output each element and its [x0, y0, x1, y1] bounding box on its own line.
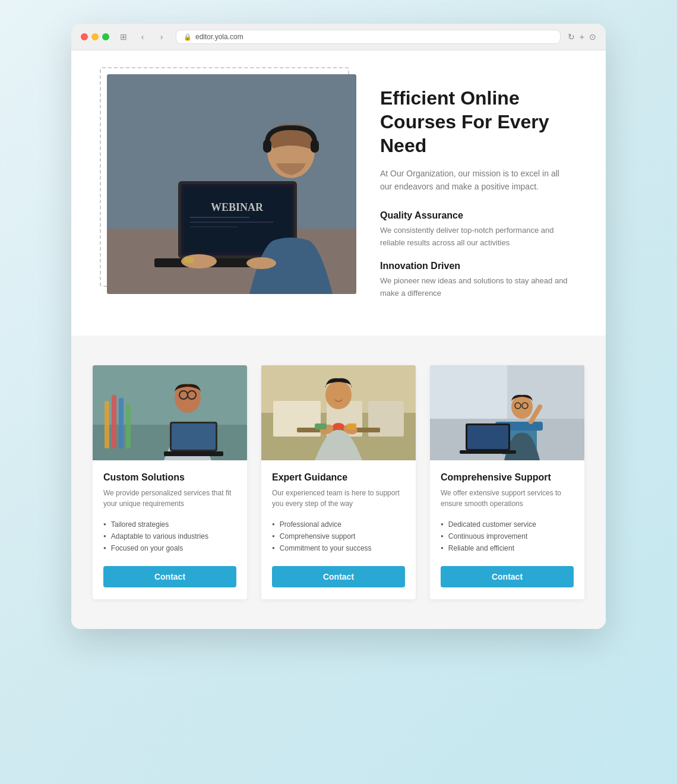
back-button[interactable]: ‹	[135, 30, 150, 44]
card-3-contact-button[interactable]: Contact	[441, 566, 574, 587]
card-2-image	[261, 365, 416, 460]
traffic-lights	[81, 33, 109, 40]
svg-rect-41	[347, 423, 356, 429]
card-expert-guidance: Expert Guidance Our experienced team is …	[261, 365, 416, 599]
svg-point-14	[246, 257, 276, 269]
svg-rect-12	[311, 140, 319, 153]
svg-rect-44	[430, 365, 507, 419]
profile-icon[interactable]: ⊙	[589, 32, 596, 42]
card-1-bullet-3: Focused on your goals	[103, 542, 236, 554]
browser-actions: ↻ + ⊙	[568, 32, 596, 42]
card-2-bullet-2: Comprehensive support	[272, 530, 405, 542]
card-3-bullet-2: Continuous improvement	[441, 530, 574, 542]
hero-subtitle: At Our Organization, our mission is to e…	[380, 167, 570, 194]
forward-button[interactable]: ›	[154, 30, 169, 44]
svg-rect-53	[467, 425, 508, 449]
svg-rect-39	[315, 423, 327, 429]
card-2-bullet-3: Commitment to your success	[272, 542, 405, 554]
hero-title: Efficient Online Courses For Every Need	[380, 86, 570, 157]
svg-rect-21	[126, 404, 131, 448]
svg-text:WEBINAR: WEBINAR	[211, 201, 264, 213]
feature-innovation-desc: We pioneer new ideas and solutions to st…	[380, 275, 570, 300]
card-1-image	[93, 365, 247, 460]
svg-rect-54	[460, 450, 516, 454]
hero-section: WEBINAR	[71, 50, 606, 336]
card-2-bullet-1: Professional advice	[272, 519, 405, 530]
browser-chrome: ⊞ ‹ › 🔒 editor.yola.com ↻ + ⊙	[71, 24, 606, 50]
reload-icon[interactable]: ↻	[568, 32, 575, 42]
card-1-bullet-1: Tailored strategies	[103, 519, 236, 530]
hero-image-container: WEBINAR	[107, 74, 356, 294]
svg-rect-25	[164, 451, 223, 456]
address-bar[interactable]: 🔒 editor.yola.com	[176, 30, 561, 44]
svg-rect-11	[263, 140, 271, 153]
card-2-body: Expert Guidance Our experienced team is …	[261, 460, 416, 599]
card-3-body: Comprehensive Support We offer extensive…	[430, 460, 584, 599]
card-3-bullet-3: Reliable and efficient	[441, 542, 574, 554]
card-2-contact-button[interactable]: Contact	[272, 566, 405, 587]
card-custom-solutions: Custom Solutions We provide personalized…	[93, 365, 247, 599]
card-1-contact-button[interactable]: Contact	[103, 566, 236, 587]
svg-rect-24	[172, 423, 216, 450]
card-2-desc: Our experienced team is here to support …	[272, 488, 405, 509]
browser-window: ⊞ ‹ › 🔒 editor.yola.com ↻ + ⊙	[71, 24, 606, 629]
svg-rect-15	[184, 257, 194, 263]
hero-image: WEBINAR	[107, 74, 356, 294]
card-comprehensive-support: Comprehensive Support We offer extensive…	[430, 365, 584, 599]
card-3-desc: We offer extensive support services to e…	[441, 488, 574, 509]
card-3-list: Dedicated customer service Continuous im…	[441, 519, 574, 554]
card-3-bullet-1: Dedicated customer service	[441, 519, 574, 530]
svg-rect-19	[112, 395, 116, 448]
lock-icon: 🔒	[184, 33, 192, 41]
svg-rect-6	[190, 217, 249, 218]
url-text: editor.yola.com	[195, 33, 243, 41]
feature-innovation: Innovation Driven We pioneer new ideas a…	[380, 261, 570, 300]
card-1-title: Custom Solutions	[103, 472, 236, 483]
fullscreen-traffic-light[interactable]	[102, 33, 109, 40]
card-2-title: Expert Guidance	[272, 472, 405, 483]
feature-quality-desc: We consistently deliver top-notch perfor…	[380, 225, 570, 249]
svg-rect-8	[190, 226, 238, 227]
svg-point-36	[325, 381, 352, 409]
cards-section: Custom Solutions We provide personalized…	[71, 336, 606, 629]
new-tab-icon[interactable]: +	[580, 32, 584, 42]
card-1-desc: We provide personalized services that fi…	[103, 488, 236, 509]
card-1-bullet-2: Adaptable to various industries	[103, 530, 236, 542]
close-traffic-light[interactable]	[81, 33, 88, 40]
browser-controls: ⊞ ‹ ›	[116, 30, 169, 44]
svg-point-40	[333, 423, 344, 430]
feature-quality: Quality Assurance We consistently delive…	[380, 210, 570, 249]
tab-overview-button[interactable]: ⊞	[116, 30, 131, 44]
card-2-list: Professional advice Comprehensive suppor…	[272, 519, 405, 554]
card-1-list: Tailored strategies Adaptable to various…	[103, 519, 236, 554]
feature-quality-title: Quality Assurance	[380, 210, 570, 221]
card-3-title: Comprehensive Support	[441, 472, 574, 483]
page-content: WEBINAR	[71, 50, 606, 629]
feature-innovation-title: Innovation Driven	[380, 261, 570, 271]
minimize-traffic-light[interactable]	[91, 33, 99, 40]
svg-rect-20	[119, 398, 124, 448]
svg-rect-7	[190, 222, 273, 223]
svg-rect-18	[105, 401, 109, 448]
hero-text: Efficient Online Courses For Every Need …	[380, 74, 570, 312]
card-3-image	[430, 365, 584, 460]
card-1-body: Custom Solutions We provide personalized…	[93, 460, 247, 599]
